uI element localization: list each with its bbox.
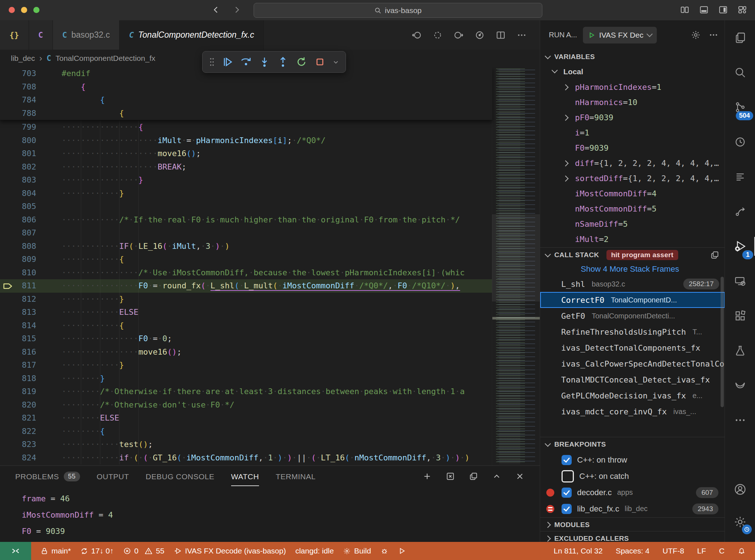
code-line[interactable]: 808············IF(·LE_16(·iMult,·3·)·) xyxy=(0,240,492,253)
step-into-icon[interactable] xyxy=(258,54,271,70)
timeline-history-icon[interactable] xyxy=(725,125,755,159)
minimap[interactable] xyxy=(492,67,540,465)
breakpoint-row[interactable]: lib_dec_fx.clib_dec2943 xyxy=(540,501,725,517)
nav-forward-icon[interactable] xyxy=(232,5,242,14)
stack-frame-row[interactable]: TonalMDCTConceal_Detect_ivas_fx xyxy=(540,372,725,388)
restart-icon[interactable] xyxy=(295,54,308,70)
watch-row[interactable]: iMostCommonDiff = 4 xyxy=(22,507,540,523)
settings-gear-icon[interactable] xyxy=(725,507,755,536)
editor-tab[interactable]: Cbasop32.c xyxy=(53,20,120,50)
breakpoint-checkbox[interactable] xyxy=(562,470,574,482)
toggle-panel-icon[interactable] xyxy=(699,5,709,14)
variables-header[interactable]: VARIABLES xyxy=(540,50,725,64)
remove-all-watch-icon[interactable] xyxy=(446,472,455,481)
toolbar-more-icon[interactable] xyxy=(331,54,340,70)
code-line[interactable]: 823············test(); xyxy=(0,438,492,451)
breakpoint-checkbox[interactable] xyxy=(562,504,572,514)
code-line[interactable]: 809············{ xyxy=(0,253,492,266)
stack-frame-row[interactable]: ivas_DetectTonalComponents_fx xyxy=(540,340,725,356)
more-tools-icon[interactable] xyxy=(725,403,755,438)
panel-tab-debug-console[interactable]: DEBUG CONSOLE xyxy=(146,466,214,487)
remote-explorer-icon[interactable] xyxy=(725,264,755,298)
close-window-button[interactable] xyxy=(9,7,15,13)
close-panel-icon[interactable] xyxy=(515,472,525,481)
modules-header[interactable]: MODULES xyxy=(540,518,725,531)
cursor-position[interactable]: Ln 811, Col 32 xyxy=(554,547,602,555)
code-line[interactable]: 816················move16(); xyxy=(0,346,492,359)
debug-settings-gear-icon[interactable] xyxy=(691,30,701,40)
sticky-code-line[interactable]: 784 { xyxy=(0,93,492,107)
code-line[interactable]: 817············} xyxy=(0,359,492,372)
variable-row[interactable]: diff = {1, 2, 2, 2, 4, 4, 4, 4,… xyxy=(540,155,725,171)
extensions-icon[interactable] xyxy=(725,298,755,333)
variable-row[interactable]: iMostCommonDiff = 4 xyxy=(540,186,725,201)
nav-back-icon[interactable] xyxy=(211,5,221,14)
variable-row[interactable]: nHarmonics = 10 xyxy=(540,95,725,110)
breakpoint-checkbox[interactable] xyxy=(562,455,572,465)
breakpoints-header[interactable]: BREAKPOINTS xyxy=(540,437,725,452)
account-icon[interactable] xyxy=(725,475,755,504)
maximize-panel-icon[interactable] xyxy=(492,472,501,481)
variable-row[interactable]: iMult = 2 xyxy=(540,231,725,247)
panel-tab-terminal[interactable]: TERMINAL xyxy=(276,466,316,487)
code-line[interactable]: 824············if·(·(·GT_16(·iMostCommon… xyxy=(0,451,492,465)
sticky-code-line[interactable]: 788 { xyxy=(0,107,492,120)
scrollbar-thumb[interactable] xyxy=(721,277,724,407)
code-line[interactable]: 815················F0·=·0; xyxy=(0,332,492,346)
editor-tab[interactable]: {} xyxy=(0,20,29,50)
toggle-secondary-sidebar-icon[interactable] xyxy=(718,5,728,14)
stack-frame-row[interactable]: RefineThresholdsUsingPitchT... xyxy=(540,324,725,340)
clangd-status[interactable]: clangd: idle xyxy=(295,547,334,555)
code-line[interactable]: 804············} xyxy=(0,187,492,200)
more-views-icon[interactable] xyxy=(709,30,718,40)
stack-frame-row[interactable]: ivas_mdct_core_invQ_fxivas_... xyxy=(540,404,725,419)
variable-row[interactable]: F0 = 9039 xyxy=(540,140,725,155)
variable-row[interactable]: nSameDiff = 5 xyxy=(540,216,725,231)
code-line[interactable]: 821········ELSE xyxy=(0,411,492,425)
run-task-icon[interactable] xyxy=(398,547,406,555)
branch-status[interactable]: main* xyxy=(41,547,71,555)
collapse-all-icon[interactable] xyxy=(469,472,478,481)
variable-row[interactable]: pF0 = 9039 xyxy=(540,110,725,125)
variable-row[interactable]: i = 1 xyxy=(540,125,725,140)
sync-status[interactable]: 17↓ 0↑ xyxy=(80,547,114,555)
breakpoint-row[interactable]: C++: on catch xyxy=(540,468,725,484)
editor-tab[interactable]: CTonalComponentDetection_fx.c xyxy=(120,20,264,50)
watch-row[interactable]: frame = 46 xyxy=(22,490,540,507)
customize-layout-icon[interactable] xyxy=(738,5,747,14)
stack-frame-row[interactable]: GetF0TonalComponentDetecti... xyxy=(540,308,725,324)
language-mode[interactable]: C xyxy=(719,547,725,555)
copy-call-stack-icon[interactable] xyxy=(710,250,719,260)
eol-setting[interactable]: LF xyxy=(697,547,706,555)
editor-tab[interactable]: C xyxy=(29,20,53,50)
continue-alt-icon[interactable] xyxy=(454,30,464,40)
code-line[interactable]: 819········/*·Otherwise·if·there·are·at·… xyxy=(0,385,492,398)
code-line[interactable]: 805 xyxy=(0,200,492,213)
step-back-icon[interactable] xyxy=(412,30,422,40)
panel-tab-output[interactable]: OUTPUT xyxy=(97,466,129,487)
profile-icon[interactable] xyxy=(475,30,485,40)
search-icon[interactable] xyxy=(725,55,755,90)
custom-extension-icon[interactable] xyxy=(725,368,755,403)
outline-list-icon[interactable] xyxy=(725,159,755,194)
code-line[interactable]: 807 xyxy=(0,226,492,240)
step-out-icon[interactable] xyxy=(276,54,290,70)
more-editor-actions-icon[interactable] xyxy=(517,30,527,40)
stack-frame-row[interactable]: L_shlbasop32.c2582:17 xyxy=(540,276,725,292)
code-line[interactable]: 803················} xyxy=(0,174,492,187)
stack-frame-row[interactable]: ivas_CalcPowerSpecAndDetectTonalCo xyxy=(540,356,725,372)
code-line[interactable]: 811················F0·=·round_fx(·L_shl(… xyxy=(0,279,492,293)
code-line[interactable]: 806············/*·If·the·real·F0·is·much… xyxy=(0,213,492,227)
notifications-bell-icon[interactable] xyxy=(738,547,746,555)
toggle-panel-layout-icon[interactable] xyxy=(680,5,689,14)
variable-row[interactable]: sortedDiff = {1, 2, 2, 2, 4, 4,… xyxy=(540,171,725,186)
debug-config-dropdown[interactable]: IVAS FX Dec xyxy=(583,27,657,43)
breadcrumb-file[interactable]: TonalComponentDetection_fx xyxy=(55,54,155,63)
sticky-code-line[interactable]: 708 { xyxy=(0,80,492,94)
scope-row[interactable]: Local xyxy=(540,64,725,79)
panel-tab-watch[interactable]: WATCH xyxy=(231,466,259,487)
variable-row[interactable]: pHarmonicIndexes = 1 xyxy=(540,79,725,95)
code-line[interactable]: 822········{ xyxy=(0,425,492,438)
bug-status-icon[interactable] xyxy=(380,547,388,555)
minimize-window-button[interactable] xyxy=(21,7,27,13)
